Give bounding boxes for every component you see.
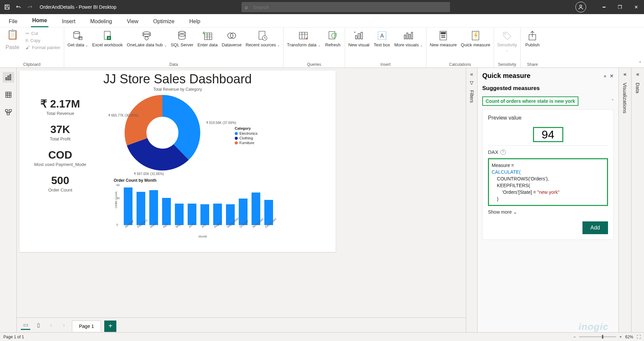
prev-page-icon[interactable]: ‹ <box>46 321 56 330</box>
sql-server-button[interactable]: SQL Server <box>171 29 193 47</box>
svg-point-4 <box>74 32 80 34</box>
svg-rect-45 <box>5 110 8 112</box>
maximize-button[interactable]: ❐ <box>612 0 628 14</box>
svg-point-9 <box>143 32 150 34</box>
donut-chart[interactable] <box>120 91 204 175</box>
legend-item[interactable]: Electronics <box>235 131 258 135</box>
bar[interactable] <box>149 190 158 225</box>
kpi-card[interactable]: ₹ 2.17MTotal Revenue <box>28 97 92 116</box>
group-label: Share <box>527 61 538 67</box>
data-view-icon[interactable] <box>3 89 14 100</box>
transform-data-button[interactable]: Transform data ⌄ <box>287 29 320 48</box>
redo-icon[interactable] <box>26 3 34 11</box>
svg-point-13 <box>179 34 185 36</box>
enter-data-button[interactable]: Enter data <box>197 29 218 47</box>
minimize-button[interactable]: ━ <box>596 0 612 14</box>
format-painter-button: 🖌Format painter <box>26 45 61 50</box>
canvas-scroll[interactable]: JJ Store Sales Dashboard Total Revenue b… <box>17 68 466 317</box>
search-box[interactable]: ⌕ <box>241 2 450 12</box>
report-page[interactable]: JJ Store Sales Dashboard Total Revenue b… <box>20 71 336 252</box>
group-label: Queries <box>307 61 321 67</box>
watermark: inogic <box>579 322 608 332</box>
excel-icon: X <box>102 30 114 42</box>
kpi-card[interactable]: 500Order Count <box>28 174 92 193</box>
cut-button: ✂Cut <box>26 31 61 36</box>
preview-value: 94 <box>533 127 563 142</box>
data-group: Get data ⌄ XExcel workbook OneLake data … <box>64 28 284 68</box>
get-data-button[interactable]: Get data ⌄ <box>68 29 88 48</box>
svg-rect-29 <box>411 32 413 39</box>
clipboard-icon: 📋 <box>7 29 18 44</box>
dataverse-button[interactable]: Dataverse <box>222 29 241 47</box>
publish-button[interactable]: Publish <box>524 29 541 47</box>
tab-modeling[interactable]: Modeling <box>89 16 113 27</box>
close-button[interactable]: ✕ <box>629 0 644 14</box>
zoom-out-button[interactable]: − <box>573 335 576 339</box>
collapse-ribbon-icon[interactable]: ˄ <box>639 61 641 66</box>
bar-plot-area: Order Count 60300 <box>114 185 292 225</box>
lightning-icon <box>469 30 482 42</box>
undo-icon[interactable] <box>14 3 23 11</box>
y-axis-label: Order Count <box>114 191 118 208</box>
tab-file[interactable]: File <box>7 16 19 27</box>
excel-button[interactable]: XExcel workbook <box>92 29 123 47</box>
mobile-layout-icon[interactable]: ▯ <box>34 321 43 330</box>
work-area: JJ Store Sales Dashboard Total Revenue b… <box>0 68 644 332</box>
new-measure-button[interactable]: New measure <box>430 29 457 47</box>
legend-item[interactable]: Furniture <box>235 141 258 145</box>
add-page-button[interactable]: + <box>104 321 116 332</box>
svg-rect-43 <box>10 75 11 80</box>
zoom-level[interactable]: 62% <box>625 335 633 339</box>
close-pane-icon[interactable]: ✕ <box>610 73 614 79</box>
save-icon[interactable] <box>3 3 11 11</box>
suggestion-text[interactable]: Count of orders where state is new york <box>482 96 578 106</box>
bar-chart[interactable]: Order Count by Month Order Count 60300 J… <box>114 178 292 238</box>
fit-to-page-icon[interactable]: ⛶ <box>637 335 641 339</box>
collapse-suggestion-icon[interactable]: ˄ <box>611 98 614 104</box>
text-box-button[interactable]: AText box <box>374 29 390 47</box>
model-view-icon[interactable] <box>3 107 14 118</box>
kpi-card[interactable]: CODMost used Payment_Mode <box>28 149 92 167</box>
refresh-button[interactable]: Refresh <box>325 29 341 47</box>
view-bar <box>0 68 17 332</box>
legend-item[interactable]: Clothing <box>235 136 258 140</box>
add-button[interactable]: Add <box>582 221 608 234</box>
onelake-button[interactable]: OneLake data hub ⌄ <box>127 29 167 48</box>
new-visual-button[interactable]: New visual <box>348 29 370 47</box>
kpi-column: ₹ 2.17MTotal Revenue 37KTotal Profit COD… <box>28 97 92 193</box>
expand-pane-icon[interactable]: » <box>604 73 606 79</box>
expand-filters-icon[interactable]: « <box>470 71 473 77</box>
filter-icon[interactable]: ▽ <box>470 80 473 85</box>
dax-heading: DAX? <box>488 149 608 155</box>
tab-view[interactable]: View <box>125 16 140 27</box>
search-input[interactable] <box>241 2 450 12</box>
sensitivity-button[interactable]: Sensitivity⌄ <box>497 29 517 53</box>
page-tab[interactable]: Page 1 <box>72 321 101 332</box>
tab-optimize[interactable]: Optimize <box>152 16 176 27</box>
report-view-icon[interactable] <box>3 72 14 83</box>
show-more-link[interactable]: Show more ⌄ <box>488 209 608 215</box>
tab-insert[interactable]: Insert <box>61 16 77 27</box>
help-icon[interactable]: ? <box>500 150 506 155</box>
zoom-slider[interactable] <box>579 336 616 337</box>
expand-data-icon[interactable]: « <box>636 71 639 77</box>
tab-help[interactable]: Help <box>188 16 202 27</box>
next-page-icon[interactable]: › <box>59 321 69 330</box>
quick-measure-button[interactable]: Quick measure <box>461 29 490 47</box>
dax-code[interactable]: Measure =CALCULATE( COUNTROWS('Orders'),… <box>488 158 608 206</box>
publish-icon <box>526 30 538 42</box>
chevron-down-icon: ⌄ <box>513 209 517 215</box>
text-icon: A <box>376 30 388 42</box>
recent-sources-button[interactable]: Recent sources ⌄ <box>245 29 280 48</box>
group-label: Insert <box>380 61 390 67</box>
ribbon-tabs: File Home Insert Modeling View Optimize … <box>0 14 644 28</box>
svg-point-37 <box>444 37 445 38</box>
tab-home[interactable]: Home <box>31 15 48 27</box>
desktop-layout-icon[interactable]: ▭ <box>21 321 30 330</box>
zoom-in-button[interactable]: + <box>619 335 622 339</box>
account-icon[interactable] <box>575 2 586 12</box>
svg-rect-22 <box>358 34 360 39</box>
more-visuals-button[interactable]: More visuals ⌄ <box>394 29 423 48</box>
expand-visualizations-icon[interactable]: « <box>623 71 627 77</box>
kpi-card[interactable]: 37KTotal Profit <box>28 123 92 141</box>
